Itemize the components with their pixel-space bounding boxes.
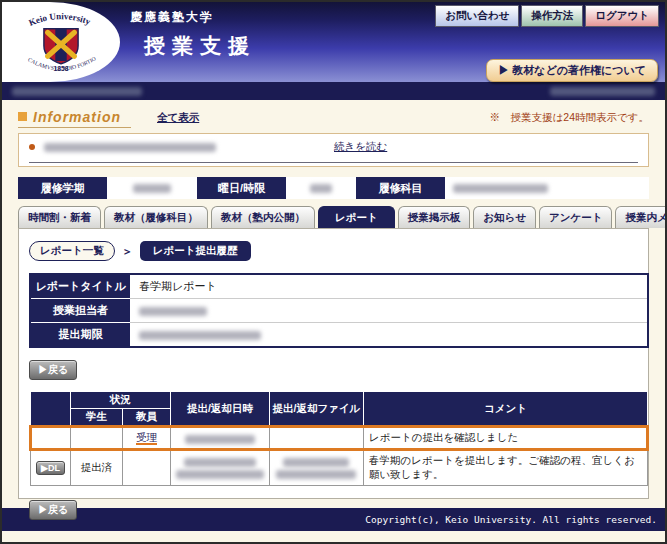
tab-news[interactable]: お知らせ bbox=[473, 206, 536, 228]
university-name: 慶應義塾大学 bbox=[130, 9, 214, 26]
header: Keio University 1858 CALAMVS GLADIO FORT… bbox=[2, 2, 665, 82]
table-row-submitted: ▶DL 提出済 春学期のレポートを提出します。ご確認の程、宜しくお願い致します。 bbox=[31, 450, 648, 486]
report-details-table: レポートタイトル 春学期レポート 授業担当者 提出期限 bbox=[29, 273, 649, 348]
redacted-user-info bbox=[12, 87, 142, 96]
table-row: レポートタイトル 春学期レポート bbox=[30, 274, 648, 299]
report-title-value: 春学期レポート bbox=[130, 274, 648, 299]
information-box: 続きを読む bbox=[18, 133, 649, 167]
notice-24h: ※ 授業支援は24時間表示です。 bbox=[490, 111, 649, 125]
breadcrumb-separator: ＞ bbox=[122, 244, 133, 259]
day-period-label: 曜日/時限 bbox=[197, 177, 286, 199]
breadcrumb: レポート一覧 ＞ レポート提出履歴 bbox=[29, 241, 640, 261]
bullet-icon bbox=[29, 144, 35, 150]
show-all-link[interactable]: 全て表示 bbox=[157, 111, 199, 125]
student-status: 提出済 bbox=[70, 450, 122, 486]
breadcrumb-submission-history: レポート提出履歴 bbox=[140, 241, 251, 261]
information-title: Information bbox=[33, 109, 121, 125]
tab-class-board[interactable]: 授業掲示板 bbox=[398, 206, 471, 228]
comment-header: コメント bbox=[363, 392, 647, 427]
tab-survey[interactable]: アンケート bbox=[539, 206, 612, 228]
file-header: 提出/返却ファイル bbox=[269, 392, 363, 427]
announcement-item: 続きを読む bbox=[29, 140, 638, 163]
redacted-submit-date bbox=[184, 458, 256, 467]
back-button-top[interactable]: ▶戻る bbox=[29, 360, 77, 380]
app-window: Keio University 1858 CALAMVS GLADIO FORT… bbox=[0, 0, 667, 544]
content-panel: レポート一覧 ＞ レポート提出履歴 レポートタイトル 春学期レポート 授業担当者… bbox=[18, 228, 649, 499]
table-row: 提出期限 bbox=[30, 323, 648, 348]
tab-materials-enrolled[interactable]: 教材（履修科目） bbox=[104, 206, 208, 228]
submission-history-table: 状況 提出/返却日時 提出/返却ファイル コメント 学生 教員 受理 レポートの… bbox=[29, 391, 649, 486]
accepted-status-link[interactable]: 受理 bbox=[136, 431, 157, 445]
header-nav: お問い合わせ 操作方法 ログアウト bbox=[435, 5, 659, 27]
instructor-label: 授業担当者 bbox=[30, 299, 130, 323]
tab-report[interactable]: レポート bbox=[318, 206, 395, 228]
student-header: 学生 bbox=[70, 409, 122, 427]
tab-materials-public[interactable]: 教材（塾内公開） bbox=[211, 206, 315, 228]
table-row: 授業担当者 bbox=[30, 299, 648, 323]
logout-button[interactable]: ログアウト bbox=[585, 5, 659, 27]
redacted-announcement bbox=[44, 143, 216, 152]
tab-class-message[interactable]: 授業内メッセージ bbox=[615, 206, 667, 228]
subject-label: 履修科目 bbox=[356, 177, 445, 199]
redacted-datetime bbox=[550, 87, 655, 96]
back-button-bottom[interactable]: ▶戻る bbox=[29, 500, 77, 520]
redacted-file-name2 bbox=[276, 470, 356, 479]
datetime-header: 提出/返却日時 bbox=[170, 392, 269, 427]
svg-text:Keio University: Keio University bbox=[27, 11, 92, 28]
submit-comment: 春学期のレポートを提出します。ご確認の程、宜しくお願い致します。 bbox=[363, 450, 647, 486]
status-header: 状況 bbox=[70, 392, 170, 409]
redacted-file-name bbox=[283, 458, 349, 467]
course-info-bar: 履修学期 曜日/時限 履修科目 bbox=[18, 177, 649, 199]
howto-button[interactable]: 操作方法 bbox=[521, 5, 583, 27]
deadline-label: 提出期限 bbox=[30, 323, 130, 348]
materials-copyright-button[interactable]: ▶ 教材などの著作権について bbox=[486, 59, 658, 82]
redacted-subject bbox=[453, 184, 548, 193]
redacted-semester bbox=[133, 184, 171, 193]
redacted-accept-date bbox=[185, 435, 255, 444]
semester-label: 履修学期 bbox=[18, 177, 107, 199]
redacted-submit-date2 bbox=[176, 470, 264, 479]
read-more-link[interactable]: 続きを読む bbox=[334, 140, 387, 154]
tab-timetable[interactable]: 時間割・新着 bbox=[18, 206, 101, 228]
logo-university-en: Keio University bbox=[27, 11, 92, 28]
app-title: 授業支援 bbox=[144, 32, 256, 60]
table-row-accepted: 受理 レポートの提出を確認しました bbox=[31, 427, 648, 450]
breadcrumb-report-list[interactable]: レポート一覧 bbox=[29, 241, 115, 261]
redacted-instructor bbox=[139, 307, 207, 316]
contact-button[interactable]: お問い合わせ bbox=[435, 5, 519, 27]
keio-logo: Keio University 1858 CALAMVS GLADIO FORT… bbox=[2, 2, 120, 82]
information-square-icon bbox=[18, 112, 27, 121]
user-bar bbox=[2, 82, 665, 100]
tab-bar: 時間割・新着 教材（履修科目） 教材（塾内公開） レポート 授業掲示板 お知らせ… bbox=[18, 206, 649, 228]
accept-comment: レポートの提出を確認しました bbox=[363, 427, 647, 450]
information-header: Information 全て表示 ※ 授業支援は24時間表示です。 bbox=[18, 108, 649, 128]
download-button[interactable]: ▶DL bbox=[36, 461, 65, 475]
keio-emblem-icon: Keio University 1858 CALAMVS GLADIO FORT… bbox=[9, 4, 113, 80]
redacted-day-period bbox=[310, 184, 332, 193]
redacted-deadline bbox=[139, 331, 261, 340]
report-title-label: レポートタイトル bbox=[30, 274, 130, 299]
teacher-header: 教員 bbox=[122, 409, 170, 427]
